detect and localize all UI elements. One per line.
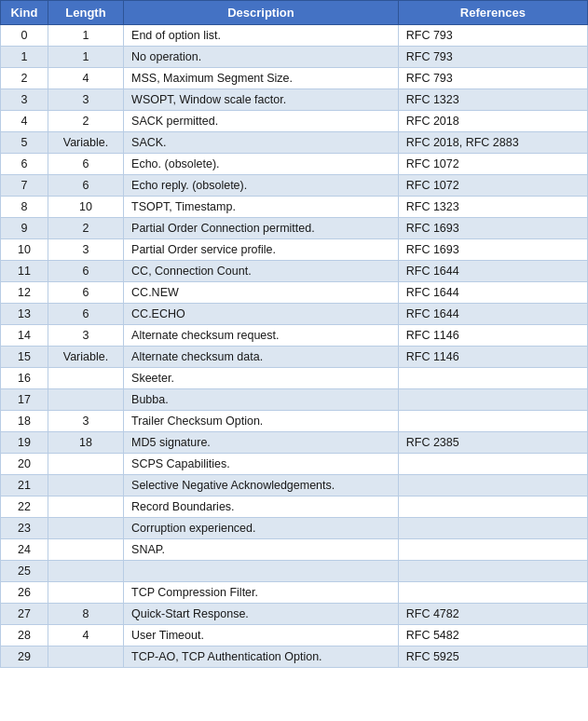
cell-length: 6: [48, 304, 123, 325]
table-row: 183Trailer Checksum Option.: [1, 411, 588, 432]
cell-length: 6: [48, 175, 123, 197]
cell-length: 6: [48, 154, 123, 175]
cell-references: RFC 5925: [398, 646, 587, 668]
cell-kind: 11: [1, 261, 48, 282]
header-references: References: [398, 1, 587, 25]
cell-references: [398, 497, 587, 518]
cell-references: RFC 2385: [398, 432, 587, 454]
cell-kind: 18: [1, 411, 48, 432]
cell-description: SACK.: [124, 132, 399, 154]
cell-kind: 7: [1, 175, 48, 197]
cell-description: No operation.: [124, 47, 399, 68]
cell-length: 6: [48, 261, 123, 282]
table-row: 103Partial Order service profile.RFC 169…: [1, 239, 588, 261]
cell-references: [398, 368, 587, 389]
cell-references: [398, 411, 587, 432]
cell-length: 3: [48, 325, 123, 347]
cell-kind: 1: [1, 47, 48, 68]
cell-kind: 3: [1, 89, 48, 111]
cell-description: Alternate checksum data.: [124, 347, 399, 368]
cell-kind: 24: [1, 539, 48, 561]
header-kind: Kind: [1, 1, 48, 25]
table-row: 22Record Boundaries.: [1, 497, 588, 518]
cell-length: Variable.: [48, 347, 123, 368]
table-row: 810TSOPT, Timestamp.RFC 1323: [1, 197, 588, 218]
cell-references: [398, 539, 587, 561]
cell-kind: 21: [1, 475, 48, 497]
header-description: Description: [124, 1, 399, 25]
cell-kind: 27: [1, 604, 48, 625]
cell-description: Partial Order service profile.: [124, 239, 399, 261]
tcp-options-table: Kind Length Description References 01End…: [0, 0, 588, 668]
cell-length: 2: [48, 218, 123, 239]
cell-description: Trailer Checksum Option.: [124, 411, 399, 432]
cell-length: [48, 389, 123, 411]
cell-kind: 29: [1, 646, 48, 668]
table-row: 29TCP-AO, TCP Authentication Option.RFC …: [1, 646, 588, 668]
cell-length: [48, 454, 123, 475]
cell-references: RFC 2018, RFC 2883: [398, 132, 587, 154]
table-row: 24MSS, Maximum Segment Size.RFC 793: [1, 68, 588, 89]
table-row: 1918MD5 signature.RFC 2385: [1, 432, 588, 454]
table-row: 25: [1, 561, 588, 582]
cell-references: RFC 1146: [398, 347, 587, 368]
cell-description: Quick-Start Response.: [124, 604, 399, 625]
cell-description: SACK permitted.: [124, 111, 399, 132]
table-row: 126CC.NEWRFC 1644: [1, 282, 588, 304]
cell-references: RFC 5482: [398, 625, 587, 646]
cell-kind: 20: [1, 454, 48, 475]
table-row: 21Selective Negative Acknowledgements.: [1, 475, 588, 497]
cell-kind: 26: [1, 582, 48, 604]
cell-description: TSOPT, Timestamp.: [124, 197, 399, 218]
cell-description: Bubba.: [124, 389, 399, 411]
cell-length: 1: [48, 47, 123, 68]
cell-description: TCP-AO, TCP Authentication Option.: [124, 646, 399, 668]
cell-description: Skeeter.: [124, 368, 399, 389]
table-row: 33WSOPT, Window scale factor.RFC 1323: [1, 89, 588, 111]
table-row: 15Variable.Alternate checksum data.RFC 1…: [1, 347, 588, 368]
table-row: 116CC, Connection Count.RFC 1644: [1, 261, 588, 282]
cell-description: WSOPT, Window scale factor.: [124, 89, 399, 111]
cell-references: RFC 793: [398, 68, 587, 89]
cell-references: [398, 389, 587, 411]
cell-description: Partial Order Connection permitted.: [124, 218, 399, 239]
cell-kind: 9: [1, 218, 48, 239]
table-row: 66Echo. (obsolete).RFC 1072: [1, 154, 588, 175]
cell-description: SNAP.: [124, 539, 399, 561]
cell-description: CC.ECHO: [124, 304, 399, 325]
cell-description: CC, Connection Count.: [124, 261, 399, 282]
cell-length: 18: [48, 432, 123, 454]
cell-length: 2: [48, 111, 123, 132]
cell-length: 8: [48, 604, 123, 625]
cell-length: 6: [48, 282, 123, 304]
cell-references: RFC 1072: [398, 154, 587, 175]
cell-kind: 19: [1, 432, 48, 454]
cell-kind: 23: [1, 518, 48, 539]
cell-kind: 15: [1, 347, 48, 368]
cell-references: RFC 1644: [398, 304, 587, 325]
table-row: 23Corruption experienced.: [1, 518, 588, 539]
cell-references: RFC 1146: [398, 325, 587, 347]
table-row: 20SCPS Capabilities.: [1, 454, 588, 475]
cell-length: [48, 539, 123, 561]
table-row: 26TCP Compression Filter.: [1, 582, 588, 604]
cell-length: [48, 368, 123, 389]
cell-length: 4: [48, 68, 123, 89]
table-row: 42SACK permitted.RFC 2018: [1, 111, 588, 132]
cell-length: [48, 646, 123, 668]
cell-description: User Timeout.: [124, 625, 399, 646]
cell-kind: 25: [1, 561, 48, 582]
cell-references: RFC 1693: [398, 239, 587, 261]
cell-kind: 13: [1, 304, 48, 325]
cell-references: RFC 793: [398, 47, 587, 68]
cell-description: MSS, Maximum Segment Size.: [124, 68, 399, 89]
cell-kind: 17: [1, 389, 48, 411]
cell-description: MD5 signature.: [124, 432, 399, 454]
cell-references: [398, 454, 587, 475]
cell-description: Echo. (obsolete).: [124, 154, 399, 175]
cell-references: RFC 2018: [398, 111, 587, 132]
cell-references: [398, 561, 587, 582]
cell-kind: 22: [1, 497, 48, 518]
cell-references: [398, 475, 587, 497]
cell-length: 10: [48, 197, 123, 218]
